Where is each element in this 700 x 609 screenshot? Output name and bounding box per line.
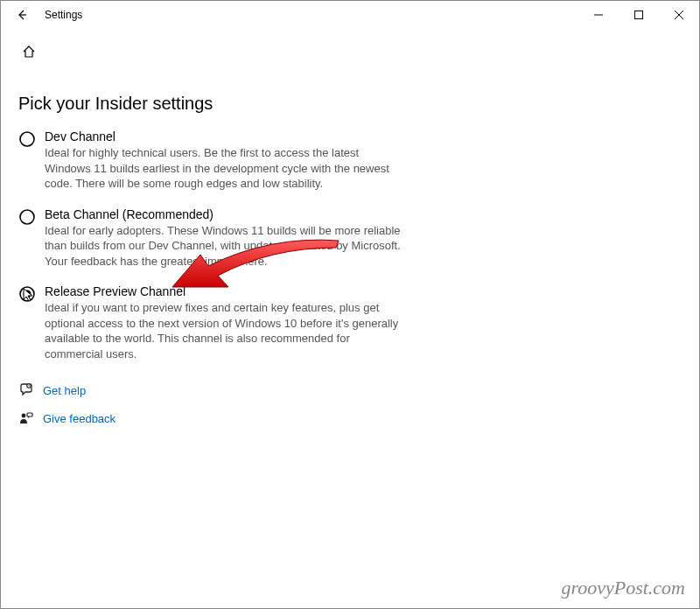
help-links: ? Get help Give feedback (18, 382, 682, 426)
svg-point-5 (20, 132, 34, 146)
minimize-button[interactable] (578, 1, 619, 29)
close-button[interactable] (659, 1, 699, 29)
maximize-icon (634, 10, 643, 19)
maximize-button[interactable] (619, 1, 659, 29)
home-button[interactable] (20, 43, 38, 60)
link-label: Give feedback (43, 412, 116, 425)
option-title: Dev Channel (45, 130, 403, 144)
give-feedback-link[interactable]: Give feedback (18, 410, 682, 426)
option-description: Ideal for highly technical users. Be the… (45, 145, 403, 192)
svg-rect-2 (635, 11, 643, 19)
watermark: groovyPost.com (561, 577, 685, 599)
svg-point-6 (20, 210, 34, 224)
svg-text:?: ? (28, 385, 30, 388)
chat-icon: ? (18, 382, 34, 398)
arrow-left-icon (16, 9, 28, 21)
svg-rect-12 (27, 413, 32, 416)
svg-point-11 (22, 414, 26, 418)
content-area: Pick your Insider settings Dev Channel I… (1, 60, 699, 426)
option-description: Ideal for early adopters. These Windows … (45, 223, 403, 270)
option-title: Beta Channel (Recommended) (45, 207, 403, 221)
window-controls (578, 1, 699, 29)
titlebar: Settings (1, 1, 699, 29)
svg-point-8 (24, 290, 32, 298)
option-dev-channel[interactable]: Dev Channel Ideal for highly technical u… (18, 130, 403, 192)
option-beta-channel[interactable]: Beta Channel (Recommended) Ideal for ear… (18, 207, 403, 270)
link-label: Get help (43, 384, 86, 397)
option-description: Ideal if you want to preview fixes and c… (45, 300, 403, 361)
nav-row (1, 29, 699, 60)
window-title: Settings (45, 9, 82, 21)
get-help-link[interactable]: ? Get help (18, 382, 682, 398)
radio-unchecked[interactable] (18, 130, 36, 148)
option-release-preview-channel[interactable]: Release Preview Channel Ideal if you wan… (18, 284, 403, 361)
radio-selected[interactable] (18, 285, 36, 303)
radio-unchecked[interactable] (18, 208, 36, 226)
option-title: Release Preview Channel (45, 284, 403, 298)
back-button[interactable] (8, 1, 36, 29)
home-icon (21, 44, 37, 60)
page-heading: Pick your Insider settings (18, 94, 682, 114)
close-icon (675, 10, 683, 19)
person-feedback-icon (18, 410, 34, 426)
minimize-icon (594, 10, 603, 19)
